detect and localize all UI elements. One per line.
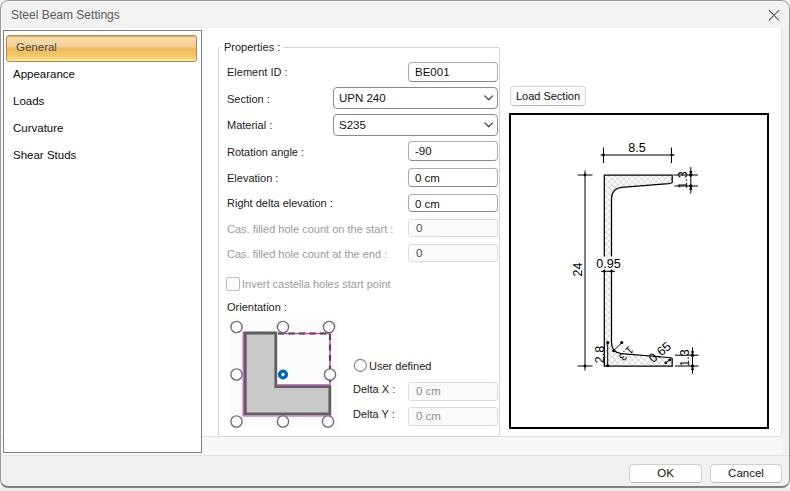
svg-text:8.5: 8.5: [628, 141, 645, 155]
svg-text:1.3: 1.3: [676, 171, 690, 188]
svg-text:0.95: 0.95: [596, 257, 620, 271]
svg-text:2.8: 2.8: [593, 346, 607, 363]
svg-text:1.3: 1.3: [678, 349, 692, 366]
svg-text:24: 24: [571, 263, 585, 277]
